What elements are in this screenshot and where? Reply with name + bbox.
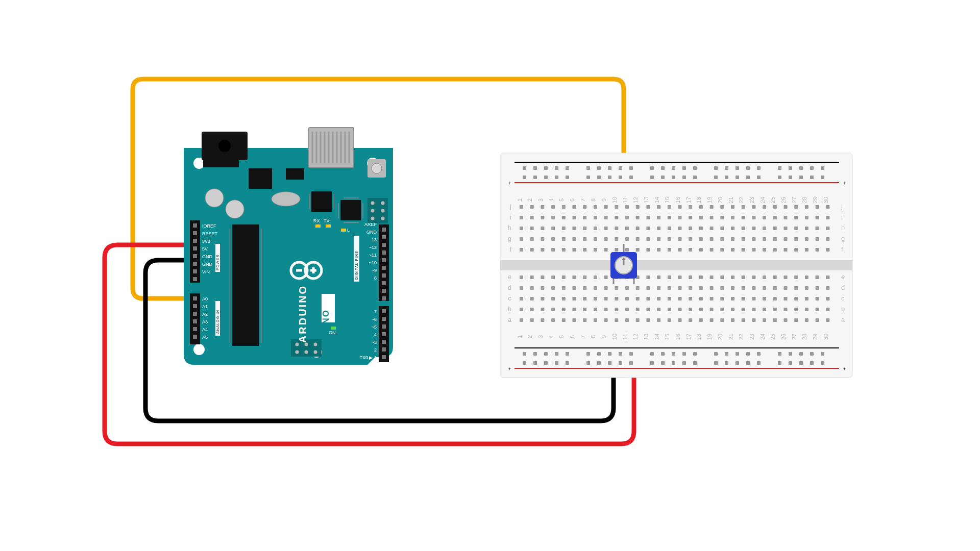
svg-point-49	[305, 350, 308, 354]
tie-point	[668, 286, 671, 290]
tie-point	[604, 205, 608, 209]
col-num: 24	[760, 197, 766, 203]
tie-point	[794, 237, 798, 241]
rail-hole	[799, 176, 803, 179]
tie-point	[530, 276, 534, 279]
svg-text:VIN: VIN	[202, 269, 210, 274]
col-num: 26	[780, 334, 787, 340]
rail-hole	[523, 166, 526, 170]
tie-point	[816, 286, 819, 290]
tie-point	[731, 318, 734, 322]
tie-point	[573, 237, 576, 241]
tie-point	[816, 276, 819, 279]
tie-point	[763, 227, 766, 230]
tie-point	[615, 227, 618, 230]
svg-text:~5: ~5	[372, 324, 377, 330]
svg-rect-95	[382, 235, 386, 239]
tie-point	[826, 308, 829, 311]
svg-rect-94	[382, 228, 386, 232]
tie-point	[678, 248, 682, 252]
rail-plus-bot: +	[508, 366, 511, 371]
rail-hole	[566, 352, 569, 356]
tie-point	[562, 227, 566, 230]
rail-hole	[619, 176, 622, 179]
tie-point	[689, 318, 692, 322]
row-label: g	[508, 235, 511, 242]
tie-point	[742, 318, 745, 322]
tie-point	[826, 276, 829, 279]
svg-rect-63	[193, 246, 197, 251]
tie-point	[541, 297, 544, 300]
rail-hole	[682, 176, 686, 179]
tie-point	[562, 276, 566, 279]
col-num: 5	[558, 335, 565, 338]
svg-rect-83	[193, 327, 197, 331]
svg-rect-99	[382, 266, 386, 270]
rail-hole	[597, 352, 601, 356]
svg-point-43	[381, 217, 385, 220]
tie-point	[763, 205, 766, 209]
col-num: 8	[590, 335, 596, 338]
rail-hole	[650, 176, 654, 179]
rail-hole	[725, 352, 728, 356]
tie-point	[826, 286, 829, 290]
tie-point	[646, 216, 650, 219]
rail-hole	[714, 166, 718, 170]
tie-point	[604, 276, 608, 279]
tie-point	[541, 237, 544, 241]
tie-point	[657, 205, 660, 209]
rail-hole	[523, 361, 526, 365]
tie-point	[573, 308, 576, 311]
tie-point	[551, 216, 555, 219]
rail-hole	[757, 166, 761, 170]
tie-point	[752, 237, 755, 241]
tie-point	[794, 216, 798, 219]
tie-point	[805, 276, 808, 279]
tie-point	[731, 227, 734, 230]
tie-point	[551, 205, 555, 209]
tie-point	[668, 237, 671, 241]
tie-point	[636, 237, 640, 241]
tie-point	[646, 297, 650, 300]
tie-point	[720, 297, 724, 300]
tie-point	[604, 297, 608, 300]
svg-text:L: L	[347, 228, 350, 233]
rail-hole	[725, 176, 728, 179]
svg-text:7: 7	[374, 309, 377, 314]
row-label: b	[841, 305, 845, 313]
rail-hole	[555, 176, 558, 179]
rail-hole	[555, 352, 558, 356]
col-num: 15	[664, 197, 670, 203]
svg-rect-37	[368, 198, 388, 223]
rail-plus-top-r: +	[843, 181, 846, 186]
svg-text:~9: ~9	[372, 268, 377, 273]
tie-point	[520, 297, 523, 300]
tie-point	[710, 237, 714, 241]
tie-point	[636, 318, 640, 322]
svg-rect-120	[382, 347, 386, 352]
svg-rect-24	[249, 168, 272, 189]
svg-point-42	[371, 217, 375, 220]
rail-hole	[714, 361, 718, 365]
tie-point	[520, 216, 523, 219]
tie-point	[773, 297, 777, 300]
rail-hole	[736, 166, 739, 170]
col-num: 6	[569, 335, 575, 338]
rail-hole	[619, 361, 622, 365]
tie-point	[699, 308, 703, 311]
rail-hole	[778, 361, 781, 365]
rail-hole	[608, 361, 611, 365]
tie-point	[583, 237, 586, 241]
tie-point	[625, 216, 629, 219]
tie-point	[763, 308, 766, 311]
tie-point	[699, 318, 703, 322]
tie-point	[720, 227, 724, 230]
tie-point	[699, 237, 703, 241]
tie-point	[604, 318, 608, 322]
col-num: 7	[580, 198, 586, 202]
tie-point	[636, 248, 640, 252]
tie-point	[731, 276, 734, 279]
svg-rect-97	[382, 251, 386, 255]
tie-point	[594, 297, 597, 300]
tie-point	[551, 248, 555, 252]
